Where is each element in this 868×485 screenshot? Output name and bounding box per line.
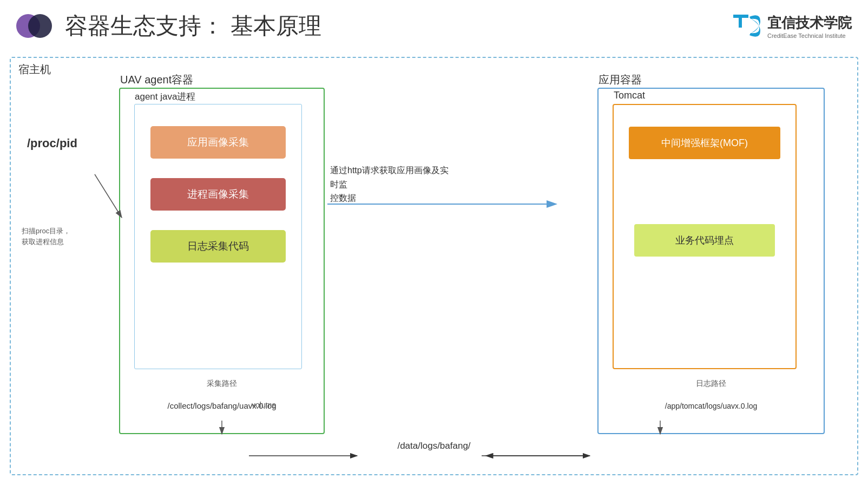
log-path-label: 日志路径 xyxy=(696,379,726,389)
diagram-area: 宿主机 /proc/pid 扫描proc目录， 获取进程信息 UAV agent… xyxy=(10,57,858,475)
brand-tc-icon xyxy=(732,12,762,40)
collect-path-label: 采集路径 xyxy=(207,379,237,389)
uav-container-title: UAV agent容器 xyxy=(120,73,193,87)
svg-point-1 xyxy=(28,14,52,38)
uav-container: UAV agent容器 agent java进程 应用画像采集 进程画像采集 日… xyxy=(119,88,325,434)
scan-annotation: 扫描proc目录， 获取进程信息 xyxy=(22,226,76,247)
tomcat-title: Tomcat xyxy=(614,90,645,101)
volume-center-path: /data/logs/bafang/ xyxy=(397,441,470,451)
tomcat-box: Tomcat 中间增强框架(MOF) 业务代码埋点 xyxy=(613,104,797,369)
volume-left-label: volume xyxy=(252,401,276,409)
brand-logo: 宜信技术学院 CreditEase Technical Institute xyxy=(732,12,852,40)
header-left: 容器生态支持： 基本原理 xyxy=(16,10,321,42)
mof-box: 中间增强框架(MOF) xyxy=(629,127,780,159)
proc-pid-label: /proc/pid xyxy=(27,136,77,150)
app-container-title: 应用容器 xyxy=(599,73,642,87)
app-container: 应用容器 Tomcat 中间增强框架(MOF) 业务代码埋点 日志路径 /app… xyxy=(597,88,825,434)
func-process-box: 进程画像采集 xyxy=(150,178,286,211)
svg-line-7 xyxy=(95,174,122,218)
log-path-value: /app/tomcat/logs/uavx.0.log xyxy=(665,402,757,410)
svg-rect-3 xyxy=(739,15,742,28)
func-log-box: 日志采集代码 xyxy=(150,230,286,263)
func-app-box: 应用画像采集 xyxy=(150,126,286,159)
header: 容器生态支持： 基本原理 宜信技术学院 CreditEase Technical… xyxy=(0,0,868,48)
agent-java-title: agent java进程 xyxy=(135,90,195,103)
agent-java-box: agent java进程 应用画像采集 进程画像采集 日志采集代码 xyxy=(134,104,302,369)
brand-text: 宜信技术学院 CreditEase Technical Institute xyxy=(767,14,852,39)
host-label: 宿主机 xyxy=(18,62,51,77)
logo-icon xyxy=(16,10,54,42)
page-title: 容器生态支持： 基本原理 xyxy=(65,11,321,41)
biz-box: 业务代码埋点 xyxy=(634,224,775,257)
http-label: 通过http请求获取应用画像及实时监 控数据 xyxy=(330,163,449,205)
